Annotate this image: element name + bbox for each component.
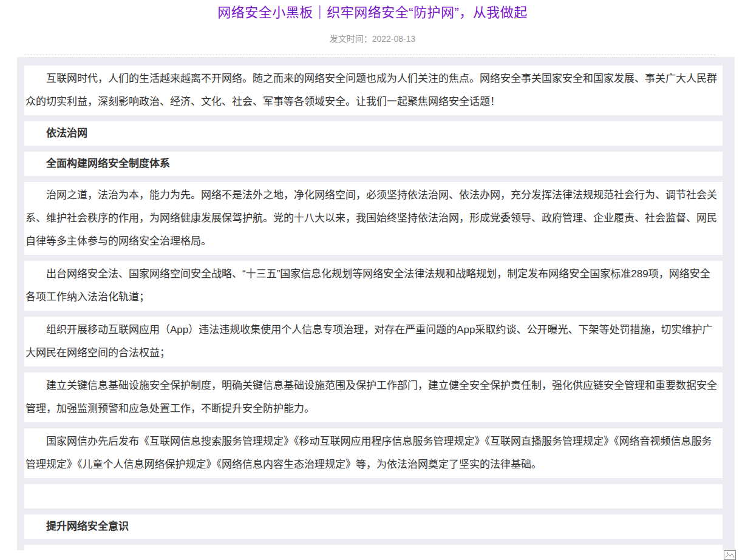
- dashed-divider: [24, 55, 715, 55]
- section-heading: 全面构建网络安全制度体系: [24, 152, 723, 176]
- broken-image-icon: [724, 550, 736, 560]
- article-paragraph: 建立关键信息基础设施安全保护制度，明确关键信息基础设施范围及保护工作部门，建立健…: [24, 373, 723, 422]
- article-paragraph: 治网之道，法治为本，能力为先。网络不是法外之地，净化网络空间，必须坚持依法治网、…: [24, 182, 723, 255]
- section-heading: 依法治网: [24, 121, 723, 146]
- article-header: 网络安全小黑板｜织牢网络安全“防护网”，从我做起 发文时间：2022-08-13: [0, 0, 745, 44]
- article-paragraph: 出台网络安全法、国家网络空间安全战略、“十三五”国家信息化规划等网络安全法律法规…: [24, 261, 723, 311]
- page-title: 网络安全小黑板｜织牢网络安全“防护网”，从我做起: [0, 5, 745, 21]
- section-heading: 共筑风清气正的网络家园: [24, 545, 723, 550]
- article-page: { "header": { "title": "网络安全小黑板｜织牢网络安全“防…: [0, 0, 745, 560]
- section-heading: 提升网络安全意识: [24, 514, 723, 539]
- article-paragraph: 组织开展移动互联网应用（App）违法违规收集使用个人信息专项治理，对存在严重问题…: [24, 317, 723, 366]
- article-paragraph: 互联网时代，人们的生活越来越离不开网络。随之而来的网络安全问题也成为人们关注的焦…: [24, 66, 723, 115]
- article-body: 互联网时代，人们的生活越来越离不开网络。随之而来的网络安全问题也成为人们关注的焦…: [17, 57, 735, 550]
- article-paragraph: 国家网信办先后发布《互联网信息搜索服务管理规定》《移动互联网应用程序信息服务管理…: [24, 428, 723, 478]
- empty-paragraph: [24, 484, 723, 508]
- publish-date: 发文时间：2022-08-13: [0, 34, 745, 44]
